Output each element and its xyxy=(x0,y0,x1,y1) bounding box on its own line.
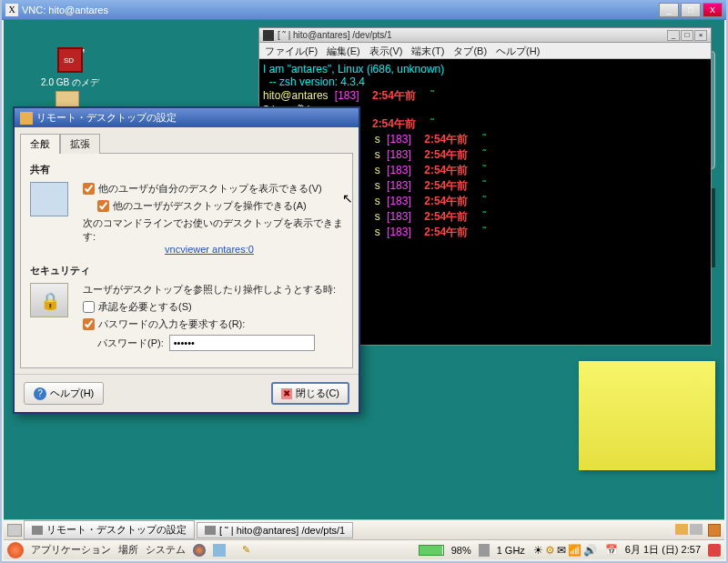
firefox-icon[interactable] xyxy=(193,544,206,557)
vnc-app-icon: X xyxy=(5,4,18,16)
section-security: セキュリティ xyxy=(30,264,343,277)
tab-general[interactable]: 全般 xyxy=(20,134,60,154)
term-max-button[interactable]: □ xyxy=(681,30,693,41)
term-menu-item[interactable]: ファイル(F) xyxy=(265,45,318,56)
menu-system[interactable]: システム xyxy=(146,543,186,557)
chk-allow-control[interactable]: 他のユーザがデスクトップを操作できる(A) xyxy=(97,199,343,213)
show-desktop-button[interactable] xyxy=(7,524,22,537)
chk-allow-control-box[interactable] xyxy=(97,200,109,212)
cpu-icon xyxy=(479,544,490,557)
maximize-button[interactable]: □ xyxy=(681,3,701,17)
remote-desktop[interactable]: ↗ 2.0 GB のメディア TIME is LOREM 6月 SuMoTuWe… xyxy=(4,20,724,559)
term-menu-item[interactable]: タブ(B) xyxy=(453,45,487,56)
term-menu-item[interactable]: 表示(V) xyxy=(369,45,403,56)
terminal-icon xyxy=(263,30,274,41)
term-menu-item[interactable]: 端末(T) xyxy=(411,45,444,56)
sd-icon xyxy=(57,47,83,73)
notes-icon[interactable]: ✎ xyxy=(242,544,250,556)
help-icon: ? xyxy=(34,387,46,400)
term-min-button[interactable]: _ xyxy=(667,30,680,41)
menu-applications[interactable]: アプリケーション xyxy=(31,543,111,557)
launcher-icon[interactable] xyxy=(213,544,226,557)
calendar-tray-icon[interactable]: 📅 xyxy=(605,544,618,556)
section-sharing: 共有 xyxy=(30,163,343,176)
task-remote-desktop[interactable]: リモート・デスクトップの設定 xyxy=(24,520,195,539)
chk-allow-view-box[interactable] xyxy=(83,183,95,195)
dialog-title: リモート・デスクトップの設定 xyxy=(36,111,177,125)
task-icon xyxy=(32,526,43,535)
folder-icon xyxy=(56,91,79,107)
main-panel[interactable]: アプリケーション 場所 システム ✎ 98% 1 GHz ☀⚙✉📶🔊 📅 6月 … xyxy=(4,539,724,559)
systray[interactable]: ☀⚙✉📶🔊 xyxy=(532,544,598,557)
sharing-icon xyxy=(30,182,68,216)
chk-allow-view[interactable]: 他のユーザが自分のデスクトップを表示できる(V) xyxy=(83,182,343,196)
close-icon: ✖ xyxy=(281,388,292,399)
vncviewer-link[interactable]: vncviewer antares:0 xyxy=(165,244,254,255)
panel-clock[interactable]: 6月 1日 (日) 2:57 xyxy=(625,543,701,557)
term-menu-item[interactable]: 編集(E) xyxy=(327,45,360,56)
workspace-switcher[interactable] xyxy=(673,524,703,537)
cpu-freq: 1 GHz xyxy=(497,545,525,556)
dialog-icon xyxy=(20,112,33,125)
term-menu-item[interactable]: ヘルプ(H) xyxy=(496,45,540,56)
password-label: パスワード(P): xyxy=(97,337,164,350)
task-icon xyxy=(205,526,216,535)
trash-icon[interactable] xyxy=(708,524,721,537)
tab-advanced[interactable]: 拡張 xyxy=(60,134,100,154)
battery-percent: 98% xyxy=(451,545,471,556)
terminal-menubar[interactable]: ファイル(F)編集(E)表示(V)端末(T)タブ(B)ヘルプ(H) xyxy=(259,43,711,59)
password-field[interactable] xyxy=(169,335,315,351)
vnc-title-text: VNC: hito@antares xyxy=(22,5,659,15)
chk-require-approval-box[interactable] xyxy=(83,301,95,313)
security-icon xyxy=(30,283,68,317)
ubuntu-menu-icon[interactable] xyxy=(7,542,24,558)
sticky-note[interactable] xyxy=(579,361,715,470)
security-hint: ユーザがデスクトップを参照したり操作しようとする時: xyxy=(83,283,343,297)
window-list-panel[interactable]: リモート・デスクトップの設定 [ ˜ | hito@antares] /dev/… xyxy=(4,519,724,539)
chk-require-password-box[interactable] xyxy=(83,318,95,330)
terminal-title: [ ˜ | hito@antares] /dev/pts/1 xyxy=(278,30,667,40)
dialog-titlebar[interactable]: リモート・デスクトップの設定 xyxy=(15,108,359,127)
cmdline-hint: 次のコマンドラインでお使いのデスクトップを表示できます: xyxy=(83,216,343,244)
terminal-titlebar[interactable]: [ ˜ | hito@antares] /dev/pts/1 _ □ × xyxy=(259,28,711,43)
minimize-button[interactable]: _ xyxy=(659,3,679,17)
close-button[interactable]: X xyxy=(703,3,723,17)
vnc-titlebar[interactable]: X VNC: hito@antares _ □ X xyxy=(2,0,726,20)
desktop-icon-folder[interactable] xyxy=(49,91,86,107)
shutdown-icon[interactable] xyxy=(708,544,721,557)
battery-icon[interactable] xyxy=(419,545,444,556)
close-dialog-button[interactable]: ✖閉じる(C) xyxy=(271,382,349,405)
remote-desktop-settings-dialog: リモート・デスクトップの設定 全般拡張 共有 他のユーザが自分のデスクトップを表… xyxy=(13,106,360,414)
chk-require-password[interactable]: パスワードの入力を要求する(R): xyxy=(83,317,343,331)
term-close-button[interactable]: × xyxy=(694,30,707,41)
chk-require-approval[interactable]: 承認を必要とする(S) xyxy=(83,300,343,314)
help-button[interactable]: ?ヘルプ(H) xyxy=(24,382,104,405)
menu-places[interactable]: 場所 xyxy=(118,543,138,557)
task-terminal[interactable]: [ ˜ | hito@antares] /dev/pts/1 xyxy=(197,522,353,538)
